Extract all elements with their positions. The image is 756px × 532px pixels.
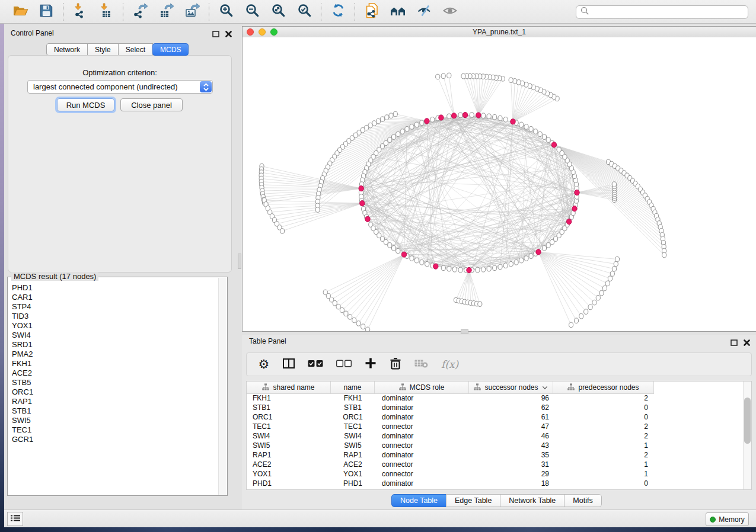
- network-node[interactable]: [366, 327, 370, 331]
- network-node[interactable]: [592, 300, 596, 305]
- result-list-item[interactable]: PHD1: [12, 283, 216, 293]
- result-list-item[interactable]: TID3: [12, 312, 216, 321]
- column-header-name[interactable]: name: [331, 382, 375, 393]
- search-input[interactable]: [592, 8, 744, 17]
- network-node[interactable]: [405, 127, 409, 132]
- result-list-item[interactable]: STB5: [12, 378, 216, 387]
- mcds-hub-node[interactable]: [365, 216, 370, 222]
- table-row[interactable]: YOX1YOX1connector291: [247, 469, 743, 479]
- network-node[interactable]: [352, 318, 356, 323]
- tab-motifs[interactable]: Motifs: [564, 494, 601, 507]
- network-canvas[interactable]: [243, 37, 756, 331]
- network-node[interactable]: [487, 266, 491, 271]
- zoom-out-button[interactable]: [244, 4, 260, 20]
- network-node[interactable]: [414, 258, 419, 263]
- column-header-MCDS-role[interactable]: MCDS role: [375, 382, 469, 393]
- network-node[interactable]: [372, 121, 377, 126]
- open-file-button[interactable]: [12, 4, 28, 20]
- network-node[interactable]: [662, 252, 666, 258]
- network-node[interactable]: [400, 129, 404, 134]
- network-node[interactable]: [348, 315, 352, 320]
- duplicate-network-button[interactable]: [363, 4, 380, 20]
- save-session-button[interactable]: [38, 4, 55, 20]
- network-node[interactable]: [529, 254, 533, 259]
- network-node[interactable]: [519, 122, 524, 127]
- network-node[interactable]: [447, 73, 451, 78]
- network-node[interactable]: [493, 265, 497, 271]
- mcds-hub-node[interactable]: [567, 219, 572, 225]
- table-row[interactable]: ACE2ACE2connector311: [247, 460, 743, 469]
- network-node[interactable]: [430, 117, 435, 123]
- add-row-button[interactable]: [365, 358, 377, 371]
- close-icon[interactable]: [225, 29, 232, 40]
- network-node[interactable]: [458, 113, 462, 118]
- network-node[interactable]: [605, 281, 610, 286]
- table-scrollbar[interactable]: [743, 382, 751, 489]
- network-node[interactable]: [340, 307, 344, 313]
- mcds-hub-node[interactable]: [575, 190, 579, 195]
- mcds-hub-node[interactable]: [551, 142, 556, 148]
- mcds-hub-node[interactable]: [401, 252, 406, 257]
- export-network-button[interactable]: [132, 4, 148, 20]
- network-node[interactable]: [420, 260, 424, 265]
- horizontal-splitter-handle[interactable]: [461, 329, 468, 334]
- columns-button[interactable]: [283, 358, 295, 371]
- network-node[interactable]: [588, 305, 592, 310]
- network-node[interactable]: [441, 73, 445, 79]
- network-node[interactable]: [410, 256, 414, 261]
- mcds-hub-node[interactable]: [425, 118, 429, 124]
- network-node[interactable]: [361, 324, 365, 329]
- mcds-result-scrollbar[interactable]: [218, 278, 227, 495]
- network-node[interactable]: [602, 286, 607, 291]
- network-node[interactable]: [447, 266, 451, 271]
- settings-button[interactable]: ⚙: [258, 358, 270, 370]
- close-icon[interactable]: [744, 338, 750, 348]
- network-node[interactable]: [344, 311, 348, 316]
- network-node[interactable]: [487, 114, 491, 119]
- network-node[interactable]: [388, 243, 392, 248]
- table-row[interactable]: STB1STB1dominator620: [247, 403, 743, 412]
- table-scrollbar-thumb[interactable]: [744, 398, 751, 444]
- tab-mcds[interactable]: MCDS: [152, 43, 189, 56]
- network-node[interactable]: [391, 246, 395, 251]
- close-window-icon[interactable]: [247, 28, 254, 36]
- mcds-hub-node[interactable]: [476, 113, 481, 118]
- minimize-window-icon[interactable]: [259, 28, 266, 36]
- result-list-item[interactable]: STP4: [12, 302, 216, 312]
- network-node[interactable]: [615, 257, 619, 262]
- network-node[interactable]: [513, 79, 517, 84]
- mcds-hub-node[interactable]: [359, 186, 363, 191]
- network-node[interactable]: [391, 134, 395, 140]
- network-node[interactable]: [503, 263, 508, 268]
- network-node[interactable]: [377, 118, 381, 124]
- network-node[interactable]: [514, 260, 518, 265]
- network-node[interactable]: [476, 267, 480, 273]
- refresh-button[interactable]: [330, 4, 346, 20]
- table-row[interactable]: ORC1ORC1dominator610: [247, 412, 743, 422]
- result-list-item[interactable]: CAR1: [12, 293, 216, 302]
- network-node[interactable]: [389, 113, 393, 118]
- network-node[interactable]: [447, 114, 451, 119]
- network-node[interactable]: [481, 113, 486, 118]
- network-node[interactable]: [509, 261, 513, 267]
- float-icon[interactable]: [731, 338, 738, 348]
- mcds-hub-node[interactable]: [360, 201, 365, 206]
- show-graphics-button[interactable]: [442, 4, 458, 20]
- mcds-hub-node[interactable]: [511, 119, 515, 124]
- network-node[interactable]: [384, 239, 388, 245]
- network-node[interactable]: [410, 124, 414, 130]
- run-mcds-button[interactable]: Run MCDS: [57, 98, 114, 111]
- export-table-button[interactable]: [158, 4, 174, 20]
- network-node[interactable]: [519, 258, 524, 263]
- memory-button[interactable]: Memory: [706, 512, 749, 526]
- mcds-hub-node[interactable]: [452, 113, 457, 118]
- tab-network[interactable]: Network: [46, 43, 88, 56]
- tab-node-table[interactable]: Node Table: [391, 494, 446, 507]
- network-node[interactable]: [542, 134, 546, 140]
- network-node[interactable]: [470, 113, 474, 118]
- network-node[interactable]: [441, 265, 445, 271]
- column-header-predecessor-nodes[interactable]: predecessor nodes: [553, 382, 654, 393]
- tab-network-table[interactable]: Network Table: [500, 494, 564, 507]
- network-node[interactable]: [503, 117, 508, 123]
- show-panels-button[interactable]: [7, 512, 23, 526]
